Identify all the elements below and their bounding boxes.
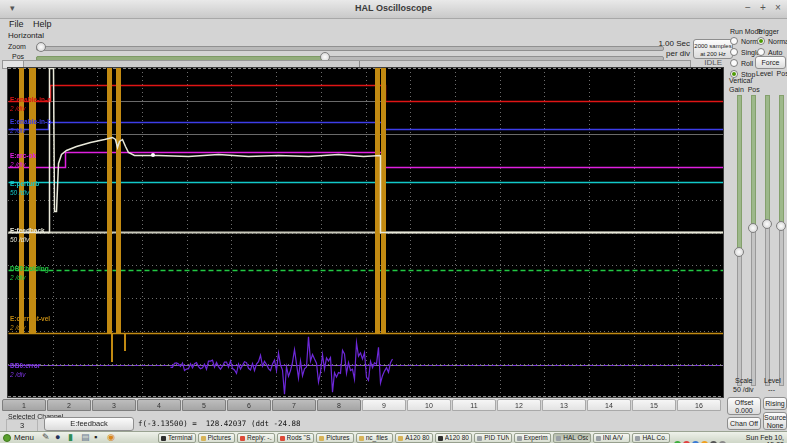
trigger-level-slider-track-lower[interactable] [765,224,770,386]
scope-canvas[interactable] [8,68,723,397]
menu-help[interactable]: Help [33,19,52,29]
browser-icon[interactable]: ● [55,432,60,443]
channel-name: E:enable-in-b [10,117,51,126]
zoom-slider-track[interactable] [36,46,664,51]
channel-tab-8[interactable]: 8 [317,399,361,411]
channel-tab-10[interactable]: 10 [407,399,451,411]
window-icon [477,436,482,441]
window-icon [319,436,324,441]
run-mode-normal-radio[interactable]: Normal [730,37,758,45]
trigger-pos-slider-track-lower[interactable] [779,226,784,386]
channel-label-e-perturb: E:perturb50 /div [10,179,39,197]
taskbar-window-reply-[interactable]: Reply: -... [237,433,275,443]
trigger-level-slider-track[interactable] [765,95,770,226]
source-button[interactable]: Source None [763,412,787,430]
scale-label: Scale [735,377,753,384]
trigger-normal-radio[interactable]: Normal [757,37,785,45]
run-mode-roll-radio[interactable]: Roll [730,59,758,67]
taskbar-window-pid-tune[interactable]: PID TUNE [474,433,512,443]
channel-tab-9[interactable]: 9 [362,399,406,411]
radio-icon[interactable] [757,48,765,56]
channel-tab-2[interactable]: 2 [47,399,91,411]
scope-display[interactable]: E:enable-in-a2 /divE:enable-in-b2 /divE:… [8,68,723,397]
channel-tab-1[interactable]: 1 [2,399,46,411]
channel-tab-15[interactable]: 15 [632,399,676,411]
window-label: Pictures [326,434,349,442]
pencil-icon[interactable]: ✎ [42,432,50,443]
channel-tab-12[interactable]: 12 [497,399,541,411]
taskbar-window-hal-osc-[interactable]: HAL Osc... [553,433,591,443]
chan-off-button[interactable]: Chan Off [727,417,761,430]
terminal-launcher-icon[interactable]: ▮ [68,432,73,443]
radio-icon[interactable] [730,59,738,67]
samples-button[interactable]: 2000 samples at 200 Hz [693,39,733,59]
chrome-icon[interactable]: ◉ [107,432,115,443]
channel-tab-16[interactable]: 16 [677,399,721,411]
trigger-pos-slider-track[interactable] [779,95,784,228]
vertical-gain-slider-track[interactable] [737,95,742,254]
channel-tab-7[interactable]: 7 [272,399,316,411]
window-icon [280,436,285,441]
window-label: Pictures [208,434,231,442]
channel-name: E:enable-in-a [10,95,51,104]
vertical-gain-slider-knob[interactable] [734,247,744,257]
system-tray [672,434,726,443]
window-icon [161,436,166,441]
channel-tab-6[interactable]: 6 [227,399,271,411]
minimize-button[interactable]: − [741,2,755,13]
taskbar-window-pictures[interactable]: Pictures [316,433,354,443]
window-icon [201,436,206,441]
taskbar-window-pictures[interactable]: Pictures [198,433,236,443]
close-button[interactable]: × [771,2,785,13]
taskbar-window-ini-a-v[interactable]: INI A/V [593,433,631,443]
menu-button[interactable]: Menu [14,433,34,442]
titlebar[interactable]: ▾ HAL Oscilloscope − + × [0,0,787,19]
clock[interactable]: Sun Feb 10, 15:28 [728,434,784,443]
menu-file[interactable]: File [9,19,24,29]
file-manager-icon[interactable]: ▤ [81,432,90,443]
vertical-pos-slider-track[interactable] [751,95,756,230]
taskbar-window-a120-80-[interactable]: A120 80... [395,433,433,443]
zoom-slider-knob[interactable] [36,42,46,52]
trigger-level-slider-knob[interactable] [762,219,772,229]
channel-tab-3[interactable]: 3 [92,399,136,411]
radio-icon[interactable] [730,37,738,45]
vertical-pos-slider-track-lower[interactable] [751,228,756,386]
vertical-pos-slider-knob[interactable] [748,223,758,233]
channel-label-e-enable-in-a: E:enable-in-a2 /div [10,95,51,113]
capture-scrollbar-thumb[interactable] [3,61,24,68]
radio-icon[interactable] [757,37,765,45]
force-button[interactable]: Force [755,56,786,69]
screenshot-icon[interactable]: ▪ [94,432,97,443]
channel-tab-14[interactable]: 14 [587,399,631,411]
taskbar-window-hal-co-[interactable]: HAL Co... [632,433,670,443]
window-icon [596,436,601,441]
taskbar-window-rods-s-[interactable]: Rods "S... [277,433,315,443]
channel-tab-5[interactable]: 5 [182,399,226,411]
menu-icon[interactable] [3,434,11,442]
radio-icon[interactable] [730,48,738,56]
run-mode-single-radio[interactable]: Single [730,48,758,56]
channel-name: E:arc-ok [10,151,36,160]
vertical-gain-slider-track-lower[interactable] [737,252,742,386]
trigger-pos-slider-knob[interactable] [776,221,786,231]
channel-name: E:perturb [10,179,39,188]
channel-tab-11[interactable]: 11 [452,399,496,411]
channel-label-e-feedback: E:feedback50 /div [10,226,45,244]
source-label: Source [764,414,786,422]
taskbar-windows: TerminalPicturesReply: -...Rods "S...Pic… [158,432,670,443]
trigger-auto-radio[interactable]: Auto [757,48,785,56]
channel-tab-4[interactable]: 4 [137,399,181,411]
trigger-label: Trigger [757,28,779,35]
window-label: PID TUNE [484,434,509,442]
zoom-label: Zoom [8,43,26,50]
taskbar-window-nc-files[interactable]: nc_files [356,433,394,443]
taskbar-window-a120-80-[interactable]: A120 80... [435,433,473,443]
window-label: A120 80... [445,434,470,442]
channel-tab-13[interactable]: 13 [542,399,586,411]
taskbar-window-experim-[interactable]: Experim... [514,433,552,443]
taskbar-window-terminal[interactable]: Terminal [158,433,196,443]
selected-channel-button[interactable]: E:feedback [44,417,134,431]
sec-per-div-label: per div [658,49,690,58]
maximize-button[interactable]: + [756,2,770,13]
